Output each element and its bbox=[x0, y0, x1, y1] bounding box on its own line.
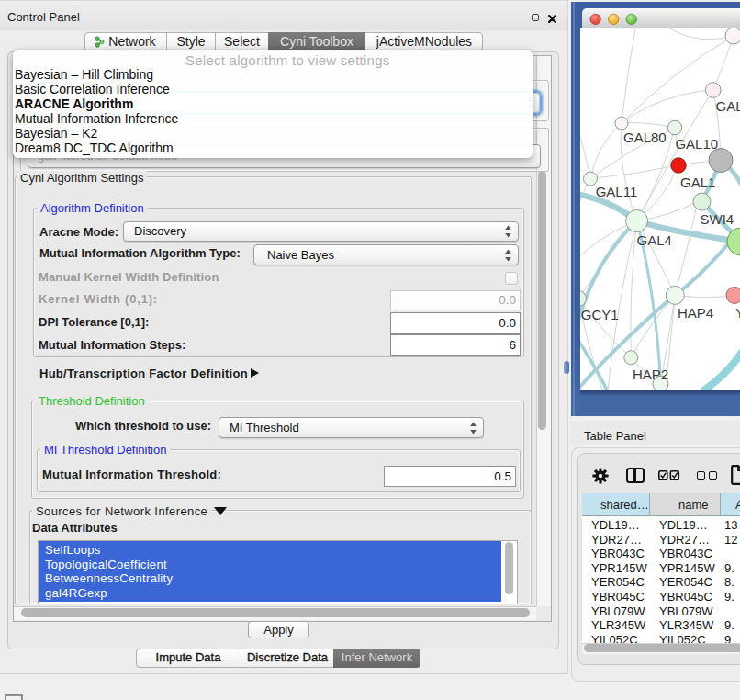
svg-text:GAL10: GAL10 bbox=[675, 136, 718, 152]
svg-text:YM: YM bbox=[735, 305, 740, 321]
svg-text:GAL11: GAL11 bbox=[596, 184, 638, 199]
svg-text:GCY1: GCY1 bbox=[581, 307, 619, 322]
svg-text:GAL2: GAL2 bbox=[716, 98, 740, 114]
svg-text:GAL4: GAL4 bbox=[637, 232, 672, 248]
svg-text:GAL80: GAL80 bbox=[623, 130, 667, 145]
svg-text:HAP4: HAP4 bbox=[678, 305, 713, 321]
svg-text:SWI4: SWI4 bbox=[701, 211, 734, 227]
svg-text:HAP2: HAP2 bbox=[633, 367, 668, 382]
svg-text:GAL1: GAL1 bbox=[680, 175, 715, 190]
